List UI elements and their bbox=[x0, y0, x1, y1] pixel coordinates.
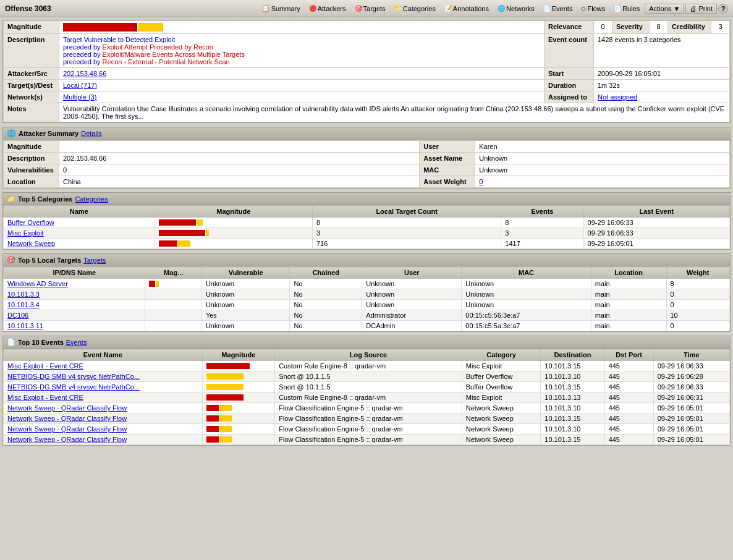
table-row: 10.101.3.3 Unknown No Unknown Unknown ma… bbox=[4, 289, 730, 300]
annotations-icon: 📝 bbox=[444, 5, 452, 12]
help-icon[interactable]: ? bbox=[718, 4, 728, 14]
tab-categories[interactable]: 📁 Categories bbox=[391, 3, 439, 14]
att-asset-name-value: Unknown bbox=[475, 153, 730, 164]
tab-summary[interactable]: 📋 Summary bbox=[258, 2, 304, 14]
events-header-row: Event Name Magnitude Log Source Category… bbox=[4, 349, 730, 361]
tab-flows-label: Flows bbox=[587, 5, 605, 12]
event-name[interactable]: Network Sweep - QRadar Classify Flow bbox=[4, 414, 203, 424]
attacker-link[interactable]: 202.153.48.66 bbox=[63, 70, 106, 77]
event-category: Misc Exploit bbox=[462, 361, 541, 371]
attacker-info-table: Magnitude User Karen Description 202.153… bbox=[3, 140, 730, 188]
print-button[interactable]: 🖨 Print bbox=[685, 4, 717, 14]
table-row: 10.101.3.4 Unknown No Unknown Unknown ma… bbox=[4, 300, 730, 310]
categories-header-row: Name Magnitude Local Target Count Events… bbox=[4, 206, 730, 218]
cat-local-count: 8 bbox=[312, 218, 501, 228]
att-description-row: Description 202.153.48.66 Asset Name Unk… bbox=[4, 153, 730, 164]
target-user: Unknown bbox=[362, 279, 462, 289]
cat-events: 8 bbox=[501, 218, 583, 228]
targets-icon: 🎯 bbox=[355, 5, 362, 12]
cat-name[interactable]: Network Sweep bbox=[4, 239, 155, 249]
mag-red-bar bbox=[63, 23, 137, 32]
target-ip[interactable]: Windows AD Server bbox=[4, 279, 145, 289]
att-user-label: User bbox=[420, 141, 475, 153]
event-dest: 10.101.3.10 bbox=[541, 371, 604, 382]
table-row: Windows AD Server Unknown No Unknown Unk… bbox=[4, 279, 730, 289]
title-bar: Offense 3063 📋 Summary 🔴 Attackers 🎯 Tar… bbox=[0, 0, 733, 17]
target-weight: 10 bbox=[666, 310, 730, 321]
tab-attackers-label: Attackers bbox=[318, 5, 346, 12]
tab-targets[interactable]: 🎯 Targets bbox=[351, 3, 389, 14]
event-dest: 10.101.3.13 bbox=[541, 392, 604, 403]
tab-events[interactable]: 📄 Events bbox=[540, 3, 577, 14]
cat-name[interactable]: Misc Exploit bbox=[4, 228, 155, 239]
att-location-value: China bbox=[59, 176, 420, 188]
tab-rules[interactable]: 📄 Rules bbox=[610, 3, 643, 14]
main-content: Magnitude Relevance 0 Severity 8 Credibi… bbox=[0, 17, 733, 452]
col-event-mag: Magnitude bbox=[202, 349, 275, 361]
event-time: 09-29 16:05:01 bbox=[653, 414, 729, 424]
magnitude-value bbox=[59, 21, 544, 34]
duration-value: 1m 32s bbox=[594, 80, 730, 91]
event-name[interactable]: Network Sweep - QRadar Classify Flow bbox=[4, 424, 203, 435]
magnitude-label: Magnitude bbox=[4, 21, 59, 34]
att-weight-link[interactable]: 0 bbox=[479, 178, 483, 185]
col-dst-port: Dst Port bbox=[604, 349, 653, 361]
targets-value: Local (717) bbox=[59, 80, 544, 91]
event-category: Network Sweep bbox=[462, 414, 541, 424]
tab-networks[interactable]: 🌐 Networks bbox=[494, 3, 538, 14]
event-name[interactable]: Network Sweep - QRadar Classify Flow bbox=[4, 403, 203, 414]
description-row: Description Target Vulnerable to Detecte… bbox=[4, 34, 730, 68]
networks-link[interactable]: Multiple (3) bbox=[63, 93, 96, 101]
tab-networks-label: Networks bbox=[506, 5, 535, 12]
event-dest: 10.101.3.15 bbox=[541, 414, 604, 424]
col-category: Category bbox=[462, 349, 541, 361]
att-mac-label: MAC bbox=[420, 164, 475, 176]
target-mag bbox=[145, 300, 201, 310]
target-user: Unknown bbox=[362, 300, 462, 310]
event-name[interactable]: Misc Exploit - Event CRE bbox=[4, 361, 203, 371]
target-user: Administrator bbox=[362, 310, 462, 321]
tab-attackers[interactable]: 🔴 Attackers bbox=[305, 3, 350, 14]
actions-button[interactable]: Actions ▼ bbox=[645, 4, 684, 14]
event-name[interactable]: Network Sweep - QRadar Classify Flow bbox=[4, 435, 203, 445]
event-time: 09-29 16:06:31 bbox=[653, 392, 729, 403]
target-mag bbox=[145, 321, 201, 331]
cat-name[interactable]: Buffer Overflow bbox=[4, 218, 155, 228]
target-weight: 0 bbox=[666, 289, 730, 300]
targets-nav-link[interactable]: Targets bbox=[83, 257, 106, 264]
target-ip[interactable]: 10.101.3.3 bbox=[4, 289, 145, 300]
targets-link[interactable]: Local (717) bbox=[63, 82, 97, 89]
attacker-details-link[interactable]: Details bbox=[81, 130, 102, 137]
att-location-label: Location bbox=[4, 176, 59, 188]
target-weight: 0 bbox=[666, 300, 730, 310]
assigned-link[interactable]: Not assigned bbox=[598, 93, 637, 101]
severity-value: 8 bbox=[650, 21, 668, 34]
event-port: 445 bbox=[604, 435, 653, 445]
events-nav-link[interactable]: Events bbox=[66, 339, 87, 346]
tab-flows[interactable]: ◇ Flows bbox=[577, 3, 609, 14]
event-port: 445 bbox=[604, 361, 653, 371]
target-vulnerable: Yes bbox=[201, 310, 290, 321]
target-ip[interactable]: DC106 bbox=[4, 310, 145, 321]
target-ip[interactable]: 10.101.3.11 bbox=[4, 321, 145, 331]
att-vuln-value: 0 bbox=[59, 164, 420, 176]
target-ip[interactable]: 10.101.3.4 bbox=[4, 300, 145, 310]
events-icon: 📄 bbox=[543, 5, 551, 12]
attacker-globe-icon: 🌐 bbox=[7, 129, 16, 138]
event-time: 09-29 16:05:01 bbox=[653, 403, 729, 414]
target-weight: 0 bbox=[666, 321, 730, 331]
target-icon: 🎯 bbox=[7, 256, 15, 264]
networks-row: Network(s) Multiple (3) Assigned to Not … bbox=[4, 91, 730, 103]
tab-annotations[interactable]: 📝 Annotations bbox=[441, 3, 493, 14]
categories-table: Name Magnitude Local Target Count Events… bbox=[3, 205, 730, 249]
col-last-event: Last Event bbox=[583, 206, 729, 218]
event-name[interactable]: Misc Exploit - Event CRE bbox=[4, 392, 203, 403]
att-magnitude-row: Magnitude User Karen bbox=[4, 141, 730, 153]
event-name[interactable]: NETBIOS-DG SMB v4 srvsvc NetrPathCo... bbox=[4, 371, 203, 382]
event-name[interactable]: NETBIOS-DG SMB v4 srvsvc NetrPathCo... bbox=[4, 382, 203, 392]
page-title: Offense 3063 bbox=[5, 4, 51, 13]
col-location: Location bbox=[591, 267, 666, 279]
rules-icon: 📄 bbox=[614, 5, 621, 12]
event-log-source: Snort @ 10.1.1.5 bbox=[275, 382, 462, 392]
categories-link[interactable]: Categories bbox=[75, 195, 108, 203]
